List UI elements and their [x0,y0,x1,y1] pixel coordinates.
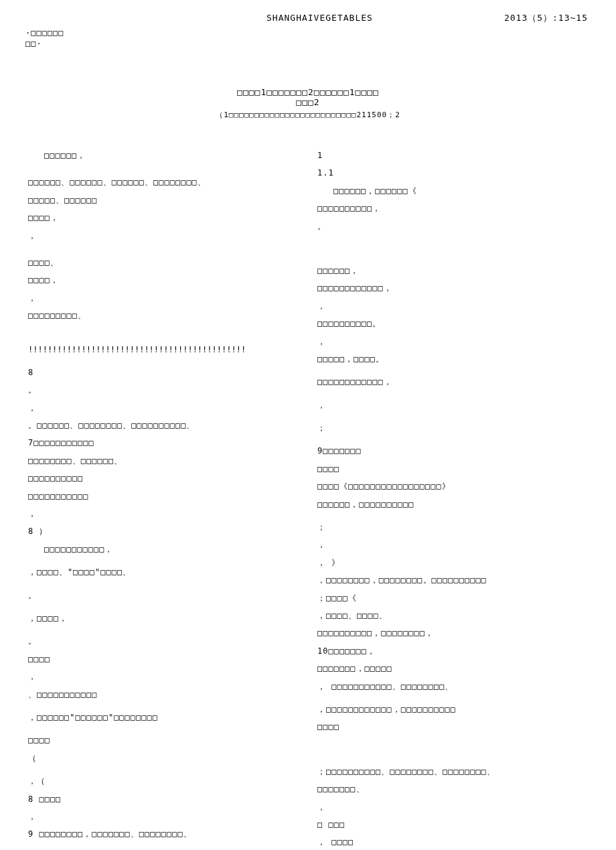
body-text: □□□□□□□□、□□□□□□、 [28,452,299,470]
body-text: ，□□□□□□□□，□□□□□□□□。□□□□□□□□□□ [317,571,588,589]
body-text: ， [317,333,588,350]
journal-title: SHANGHAIVEGETABLES [135,13,504,23]
body-text: □□□□□□□，□□□□□ [317,660,588,677]
body-text: □□□□， [28,271,299,289]
body-text: ，□□□□□□"□□□□□□"□□□□□□□□ [28,709,299,726]
body-text: □□□□ [28,731,299,749]
body-text: □□□□□□， [317,262,588,279]
body-text: ；□□□□□□□□□□、□□□□□□□□、□□□□□□□□、 [317,763,588,780]
body-text: ， [28,808,299,825]
body-text: 7□□□□□□□□□□□ [28,434,299,451]
body-text: ， [28,668,299,685]
page-header: SHANGHAIVEGETABLES 2013（5）:13~15 [28,12,588,24]
body-text: ； [317,518,588,536]
body-text: □□□□□□、□□□□□□、□□□□□□、□□□□□□□□、 [28,173,299,191]
section-tag-sub: □□· [25,39,588,48]
affiliation: （1□□□□□□□□□□□□□□□□□□□□□□□□□211500；2 [28,110,588,120]
body-text: 8 □□□□ [28,790,299,808]
body-text: 。 [28,381,299,399]
body-text: □□□□□□□□□、 [28,307,299,324]
body-text: □□□□□、□□□□□□ [28,192,299,209]
body-text: □□□□□□□□□□。 [317,315,588,332]
body-text: □□□□□□， [28,147,299,164]
section-tag: ·□□□□□□ [25,28,588,38]
body-text: ， [28,227,299,244]
body-text: □□□□□□□□□□□□， [317,279,588,297]
separator-line: !!!!!!!!!!!!!!!!!!!!!!!!!!!!!!!!!!!!!!!!… [28,341,299,358]
body-text: 9□□□□□□□ [317,442,588,459]
title-block: □□□□1□□□□□□□2□□□□□□1□□□□ □□□2 （1□□□□□□□□… [28,87,588,120]
body-text: ， [317,798,588,816]
body-text: ； [317,419,588,437]
body-text: ；□□□□《 [317,589,588,607]
body-text: 10□□□□□□□， [317,642,588,660]
section-number: 1 [317,147,588,164]
body-text: ， [317,397,588,414]
body-text: 、□□□□□□□□□□□ [28,686,299,703]
body-text: 。 [317,218,588,235]
body-text: ，□□□□、"□□□□"□□□□、 [28,563,299,581]
body-text: ， [317,536,588,553]
body-text: □□□□ [28,650,299,668]
body-text: ，□□□□□□□□□□□□，□□□□□□□□□□ [317,701,588,718]
body-text: ， □□□□□□□□□□□、□□□□□□□□、 [317,678,588,695]
body-text: □□□□□□，□□□□□□□□□□ [317,496,588,513]
authors-sub: □□□2 [28,97,588,107]
body-text: □□□□□□□□□□□， [28,541,299,558]
two-column-body: □□□□□□， □□□□□□、□□□□□□、□□□□□□、□□□□□□□□、 □… [28,147,588,850]
body-text: （ [28,750,299,767]
body-text: □□□□□□□□□□，□□□□□□□□， [317,624,588,642]
body-text: □□□□， [28,209,299,226]
body-text: ， [28,843,299,850]
body-text: □□□□□，□□□□。 [317,350,588,368]
body-text: □□□□《□□□□□□□□□□□□□□□□□》 [317,478,588,495]
body-text: □□□□□□，□□□□□□《 [317,182,588,200]
body-text: ， 》 [317,554,588,571]
body-text: □□□□□□□、 [317,780,588,798]
left-column: □□□□□□， □□□□□□、□□□□□□、□□□□□□、□□□□□□□□、 □… [28,147,299,850]
body-text: ， [317,297,588,315]
body-text: ，□□□□、□□□□、 [317,607,588,624]
body-text: □□□□ [317,460,588,478]
citation: 2013（5）:13~15 [504,12,588,24]
body-text: □□□□□□□□□□， [317,200,588,217]
body-text: 。 [28,632,299,650]
body-text: ， [28,399,299,417]
body-text: 9 □□□□□□□□，□□□□□□□、□□□□□□□□、 [28,825,299,843]
body-text: □□□□□□□□□□□ [28,488,299,505]
body-text: □□□□ [317,718,588,735]
body-text: 。 [28,587,299,604]
body-text: 8 [28,364,299,381]
body-text: □ □□□ [317,816,588,833]
body-text: ， [28,505,299,522]
body-text: ， [28,289,299,307]
body-text: ， □□□□ [317,833,588,850]
body-text: 。□□□□□□、□□□□□□□□、□□□□□□□□□□、 [28,417,299,434]
body-text: ，□□□□， [28,610,299,627]
body-text: □□□□□□□□□□□□， [317,373,588,391]
subsection-number: 1.1 [317,164,588,182]
body-text: 8 ） [28,522,299,540]
authors-line: □□□□1□□□□□□□2□□□□□□1□□□□ [28,87,588,97]
body-text: □□□□、 [28,254,299,271]
body-text: □□□□□□□□□□ [28,470,299,487]
body-text: ，（ [28,772,299,790]
right-column: 1 1.1 □□□□□□，□□□□□□《 □□□□□□□□□□， 。 □□□□□… [317,147,588,850]
